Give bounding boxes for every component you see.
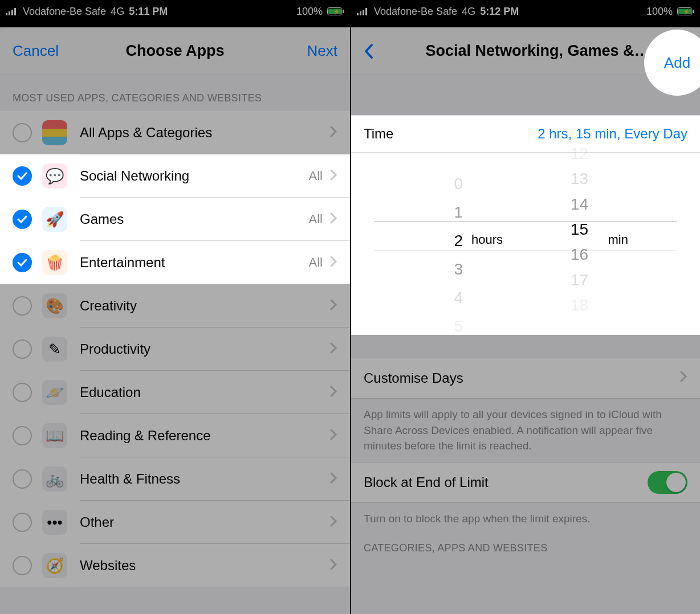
back-button[interactable]: [364, 43, 374, 60]
time-value: 2 hrs, 15 min, Every Day: [538, 126, 687, 142]
checkbox[interactable]: [13, 556, 32, 575]
checkbox[interactable]: [13, 469, 32, 489]
footer-note-2: Turn on to block the app when the limit …: [351, 503, 700, 535]
chevron-right-icon: [329, 428, 337, 443]
checkbox[interactable]: [13, 513, 32, 532]
picker-option[interactable]: 4: [412, 284, 514, 312]
status-time: 5:12 PM: [480, 6, 519, 18]
chevron-right-icon: [329, 125, 337, 140]
category-label: Games: [80, 211, 309, 227]
category-row[interactable]: 📖 Reading & Reference: [0, 414, 350, 457]
category-label: Health & Fitness: [80, 471, 329, 487]
picker-option[interactable]: 18: [537, 293, 640, 318]
svg-rect-8: [357, 13, 359, 15]
category-icon: 🚲: [42, 466, 67, 492]
hours-column[interactable]: 012345hours: [412, 158, 514, 335]
row-label: All Apps & Categories: [80, 125, 329, 141]
category-icon: 📖: [42, 423, 67, 448]
nav-title: Choose Apps: [125, 42, 224, 60]
category-label: Websites: [80, 558, 329, 574]
category-label: Entertainment: [80, 255, 309, 271]
hours-unit: hours: [471, 232, 503, 247]
trailing-label: All: [309, 255, 323, 270]
minutes-unit: min: [608, 232, 628, 247]
category-row[interactable]: 🚲 Health & Fitness: [0, 457, 350, 501]
checkbox-checked[interactable]: [13, 166, 32, 186]
category-label: Productivity: [80, 341, 329, 357]
customise-days-row[interactable]: Customise Days: [351, 358, 700, 399]
carrier-label: Vodafone-Be Safe: [23, 6, 106, 18]
add-button[interactable]: Add: [664, 54, 690, 72]
other-categories: 🎨 Creativity ✎ Productivity 🪐 Education …: [0, 284, 350, 587]
category-icon: 💬: [42, 163, 67, 189]
picker-option[interactable]: 12: [537, 141, 640, 166]
chevron-right-icon: [329, 169, 337, 183]
trailing-label: All: [309, 169, 323, 183]
network-label: 4G: [462, 6, 475, 18]
category-icon: 🧭: [42, 553, 67, 578]
next-button[interactable]: Next: [307, 42, 337, 60]
checkbox[interactable]: [13, 339, 32, 359]
picker-option[interactable]: 14: [537, 192, 640, 217]
category-row[interactable]: ••• Other: [0, 501, 350, 544]
nav-title: Social Networking, Games & 1…: [425, 42, 653, 60]
chevron-right-icon: [329, 515, 337, 530]
checkbox[interactable]: [13, 296, 32, 316]
signal-icon: [357, 7, 369, 15]
left-screen: Vodafone-Be Safe 4G 5:11 PM 100% ⚡ Cance…: [0, 0, 350, 614]
checkbox-checked[interactable]: [13, 210, 32, 229]
chevron-right-icon: [329, 298, 337, 313]
network-label: 4G: [111, 6, 124, 18]
category-icon: 🎨: [42, 293, 67, 318]
checkbox-checked[interactable]: [13, 253, 32, 272]
time-row[interactable]: Time 2 hrs, 15 min, Every Day: [351, 115, 700, 153]
svg-rect-1: [9, 11, 10, 15]
category-label: Creativity: [80, 298, 329, 314]
carrier-label: Vodafone-Be Safe: [374, 6, 457, 18]
customise-days-label: Customise Days: [364, 370, 463, 386]
category-row[interactable]: 💬 Social Networking All: [0, 154, 350, 198]
svg-rect-11: [365, 8, 367, 15]
svg-rect-14: [693, 10, 694, 13]
category-row[interactable]: 🍿 Entertainment All: [0, 241, 350, 284]
nav-bar: Cancel Choose Apps Next: [0, 27, 350, 75]
svg-text:⚡: ⚡: [683, 8, 690, 15]
battery-icon: ⚡: [677, 7, 694, 15]
svg-rect-10: [363, 10, 364, 15]
block-toggle[interactable]: [648, 471, 687, 494]
svg-text:⚡: ⚡: [333, 8, 340, 15]
picker-option[interactable]: 5: [412, 312, 514, 341]
battery-icon: ⚡: [327, 7, 344, 15]
chevron-right-icon: [329, 212, 337, 227]
checkbox[interactable]: [13, 426, 32, 445]
category-row[interactable]: ✎ Productivity: [0, 328, 350, 371]
picker-option[interactable]: 0: [412, 170, 514, 198]
svg-rect-6: [343, 10, 344, 13]
time-picker[interactable]: 012345hours 12131415161718min: [351, 153, 700, 335]
picker-option[interactable]: 17: [537, 267, 640, 292]
picker-option[interactable]: 1: [412, 198, 514, 227]
category-row[interactable]: 🎨 Creativity: [0, 284, 350, 328]
category-icon: 🪐: [42, 380, 67, 405]
time-label: Time: [364, 126, 393, 142]
category-icon: 🍿: [42, 250, 67, 275]
svg-rect-3: [14, 8, 16, 15]
chevron-right-icon: [329, 255, 337, 270]
chevron-right-icon: [329, 558, 337, 573]
row-all-apps[interactable]: All Apps & Categories: [0, 111, 350, 154]
checkbox[interactable]: [13, 383, 32, 402]
picker-option[interactable]: 3: [412, 255, 514, 284]
svg-rect-2: [11, 10, 13, 15]
category-row[interactable]: 🚀 Games All: [0, 198, 350, 241]
category-row[interactable]: 🧭 Websites: [0, 544, 350, 587]
cancel-button[interactable]: Cancel: [13, 42, 59, 60]
all-apps-icon: [42, 120, 67, 145]
picker-option[interactable]: 13: [537, 166, 640, 191]
block-row[interactable]: Block at End of Limit: [351, 462, 700, 503]
checkbox[interactable]: [13, 123, 32, 142]
category-row[interactable]: 🪐 Education: [0, 371, 350, 414]
svg-rect-9: [360, 11, 361, 15]
chevron-right-icon: [329, 472, 337, 486]
section-header-2: CATEGORIES, APPS AND WEBSITES: [351, 534, 700, 561]
minutes-column[interactable]: 12131415161718min: [537, 158, 640, 335]
